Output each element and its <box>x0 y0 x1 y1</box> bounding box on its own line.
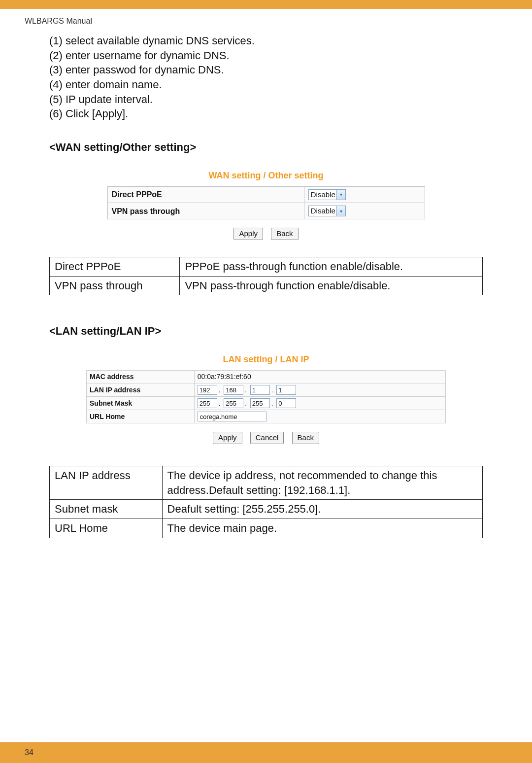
mask-octet-1[interactable]: 255 <box>198 398 217 408</box>
setting-label: MAC address <box>87 371 195 383</box>
setting-label: URL Home <box>87 410 195 423</box>
lan-shot-title: LAN setting / LAN IP <box>86 353 446 365</box>
desc-text: Deafult setting: [255.255.255.0]. <box>162 500 482 519</box>
wan-description-table: Direct PPPoE PPPoE pass-through function… <box>49 257 483 295</box>
desc-name: URL Home <box>50 519 163 538</box>
lan-description-table: LAN IP address The device ip address, no… <box>49 466 483 538</box>
step-item: (3) enter passwod for dynamic DNS. <box>49 63 483 77</box>
desc-text: VPN pass-through function enable/disable… <box>180 276 483 295</box>
ip-cell: 192. 168. 1. 1 <box>194 383 445 397</box>
wan-settings-table: Direct PPPoE Disable ▾ VPN pass through … <box>107 186 425 219</box>
setting-value-cell: Disable ▾ <box>304 203 425 219</box>
desc-name: VPN pass through <box>50 276 180 295</box>
desc-text: The device main page. <box>162 519 482 538</box>
wan-section-heading: <WAN setting/Other setting> <box>49 140 483 155</box>
chevron-down-icon: ▾ <box>336 206 345 216</box>
desc-name: Subnet mask <box>50 500 163 519</box>
table-row: VPN pass through VPN pass-through functi… <box>50 276 483 295</box>
cancel-button[interactable]: Cancel <box>250 432 284 444</box>
step-item: (5) IP update interval. <box>49 92 483 107</box>
lan-settings-table: MAC address 00:0a:79:81:ef:60 LAN IP add… <box>86 370 446 423</box>
top-accent-bar <box>0 0 532 9</box>
wan-screenshot: WAN setting / Other setting Direct PPPoE… <box>107 170 425 240</box>
ip-octet-4[interactable]: 1 <box>276 385 296 395</box>
step-item: (4) enter domain name. <box>49 77 483 92</box>
table-row: MAC address 00:0a:79:81:ef:60 <box>87 371 446 383</box>
setting-value-cell: Disable ▾ <box>304 187 425 203</box>
mask-octet-4[interactable]: 0 <box>276 398 296 408</box>
setting-label: Direct PPPoE <box>107 187 304 203</box>
setting-label: Subnet Mask <box>87 397 195 410</box>
table-row: Direct PPPoE Disable ▾ <box>107 187 425 203</box>
table-row: LAN IP address 192. 168. 1. 1 <box>87 383 446 397</box>
url-cell: corega.home <box>194 410 445 423</box>
lan-button-row: Apply Cancel Back <box>86 429 446 444</box>
desc-name: LAN IP address <box>50 466 163 499</box>
setting-label: LAN IP address <box>87 383 195 397</box>
desc-name: Direct PPPoE <box>50 257 180 277</box>
back-button[interactable]: Back <box>271 228 298 240</box>
wan-shot-title: WAN setting / Other setting <box>107 170 425 181</box>
ip-octet-2[interactable]: 168 <box>224 385 243 395</box>
manual-title: WLBARGS Manual <box>0 9 532 26</box>
ip-octet-3[interactable]: 1 <box>250 385 270 395</box>
page-number: 34 <box>25 748 33 757</box>
page-footer: 34 <box>0 742 532 763</box>
ip-octet-1[interactable]: 192 <box>198 385 217 395</box>
back-button[interactable]: Back <box>292 432 319 444</box>
step-item: (2) enter username for dynamic DNS. <box>49 48 483 63</box>
step-item: (1) select available dynamic DNS service… <box>49 34 483 48</box>
table-row: URL Home The device main page. <box>50 519 483 538</box>
lan-section-heading: <LAN setting/LAN IP> <box>49 324 483 339</box>
wan-button-row: Apply Back <box>107 225 425 240</box>
mask-cell: 255. 255. 255. 0 <box>194 397 445 410</box>
lan-screenshot: LAN setting / LAN IP MAC address 00:0a:7… <box>86 353 446 444</box>
steps-list: (1) select available dynamic DNS service… <box>49 34 483 121</box>
apply-button[interactable]: Apply <box>233 228 263 240</box>
mac-value: 00:0a:79:81:ef:60 <box>194 371 445 383</box>
select-value: Disable <box>311 190 335 200</box>
desc-text: PPPoE pass-through function enable/disab… <box>180 257 483 277</box>
direct-pppoe-select[interactable]: Disable ▾ <box>308 189 346 200</box>
mask-octet-3[interactable]: 255 <box>250 398 270 408</box>
mask-octet-2[interactable]: 255 <box>224 398 243 408</box>
page-content: (1) select available dynamic DNS service… <box>0 26 532 538</box>
desc-text: The device ip address, not recommended t… <box>162 466 482 499</box>
table-row: VPN pass through Disable ▾ <box>107 203 425 219</box>
vpn-passthrough-select[interactable]: Disable ▾ <box>308 206 346 216</box>
step-item: (6) Click [Apply]. <box>49 106 483 121</box>
table-row: Direct PPPoE PPPoE pass-through function… <box>50 257 483 277</box>
url-home-input[interactable]: corega.home <box>198 412 266 421</box>
chevron-down-icon: ▾ <box>336 190 345 200</box>
setting-label: VPN pass through <box>107 203 304 219</box>
table-row: URL Home corega.home <box>87 410 446 423</box>
select-value: Disable <box>311 206 335 216</box>
table-row: Subnet Mask 255. 255. 255. 0 <box>87 397 446 410</box>
apply-button[interactable]: Apply <box>213 432 242 444</box>
table-row: Subnet mask Deafult setting: [255.255.25… <box>50 500 483 519</box>
table-row: LAN IP address The device ip address, no… <box>50 466 483 499</box>
